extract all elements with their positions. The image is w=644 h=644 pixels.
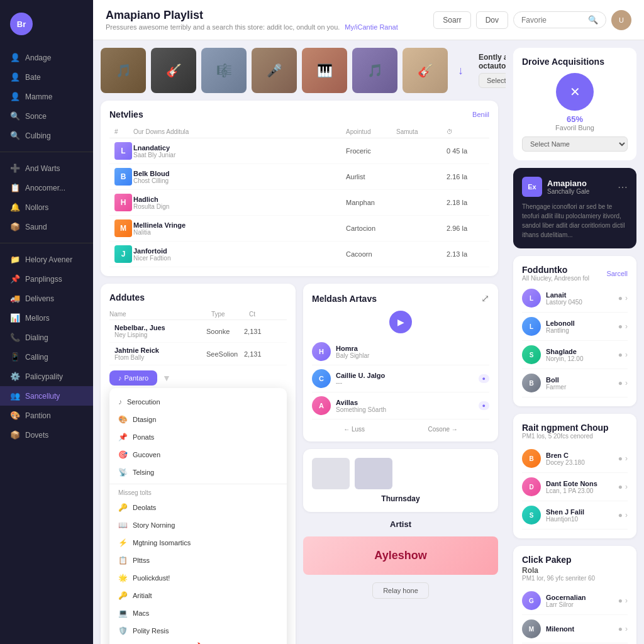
play-button[interactable]: ▶ xyxy=(389,311,412,333)
addutes-row[interactable]: Jahtnie Reick Ftom Bally SeeSolion 2,131 xyxy=(109,343,287,365)
sidebar-item-dovets[interactable]: 📦 Dovets xyxy=(0,425,93,445)
table-row[interactable]: M Mellinela VringeNalitia Cartocion 2.96… xyxy=(109,216,489,242)
chevron-right-icon[interactable]: › xyxy=(625,596,628,605)
sidebar-item-sonce[interactable]: 🔍 Sonce xyxy=(0,106,93,126)
table-row[interactable]: L LnandaticySaat Bly Juniar Froceric 0 4… xyxy=(109,138,489,164)
artist-section-label: Artist xyxy=(303,519,498,529)
fodduntko-search[interactable]: Sarcell xyxy=(606,270,628,277)
sidebar-item-anocomer[interactable]: 📋 Anocomer... xyxy=(0,178,93,197)
key-icon: 🔑 xyxy=(118,591,128,600)
row-avatar: M xyxy=(114,219,132,237)
sidebar-item-andage[interactable]: 👤 Andage xyxy=(0,48,93,67)
chevron-right-icon[interactable]: › xyxy=(625,350,628,359)
options-icon[interactable]: ● xyxy=(618,454,623,463)
dropdown-item-deolats[interactable]: 🔑 Deolats xyxy=(109,499,287,516)
sidebar-item-dialing[interactable]: 📞 Dialing xyxy=(0,328,93,347)
search-input[interactable] xyxy=(521,16,584,25)
sidebar-item-delivens[interactable]: 🚚 Delivens xyxy=(0,289,93,308)
dropdown-item-puolick[interactable]: 🌟 Puolickdust! xyxy=(109,569,287,587)
dov-button[interactable]: Dov xyxy=(476,11,508,29)
dropdown-item-macs[interactable]: 💻 Macs xyxy=(109,604,287,622)
sort-select[interactable]: Select name xyxy=(479,73,506,88)
chevron-right-icon[interactable]: › xyxy=(625,625,628,633)
sidebar-item-mellors[interactable]: 📊 Mellors xyxy=(0,308,93,328)
artist-thumb-6[interactable]: 🎵 xyxy=(352,48,397,93)
chevron-right-icon[interactable]: › xyxy=(625,454,628,463)
row-avatar: B xyxy=(114,168,132,186)
artist-thumb-7[interactable]: 🎸 xyxy=(402,48,448,93)
chevron-right-icon[interactable]: › xyxy=(625,511,628,519)
player-icon: Ex xyxy=(522,177,542,197)
table-row[interactable]: J JanfortoidNicer Fadtion Cacoorn 2.13 l… xyxy=(109,242,489,267)
target-icon: 🎯 xyxy=(118,450,128,459)
sidebar-avatar[interactable]: Br xyxy=(10,13,33,35)
options-icon[interactable]: ● xyxy=(618,596,623,605)
sidebar-item-sancelluty[interactable]: 👥 Sancelluty xyxy=(0,386,93,406)
key-icon: 🔑 xyxy=(118,503,128,512)
table-row[interactable]: H HadlichRosulta Dign Manphan 2.18 la xyxy=(109,190,489,216)
options-icon[interactable]: ● xyxy=(618,482,623,491)
droive-card: Droive Acquisitions ✕ 65% Favoril Bung S… xyxy=(513,48,636,160)
addutes-header: Addutes xyxy=(109,292,287,303)
cosone-action[interactable]: Cosone → xyxy=(428,426,458,433)
sort-icon[interactable]: ↓ xyxy=(453,64,469,77)
dropdown-item-plttss[interactable]: 📋 Plttss xyxy=(109,552,287,569)
chevron-right-icon[interactable]: › xyxy=(625,482,628,491)
sidebar-item-saund[interactable]: 📦 Saund xyxy=(0,217,93,236)
sidebar-item-nollors[interactable]: 🔔 Nollors xyxy=(0,197,93,217)
dropdown-item-story[interactable]: 📖 Story Norning xyxy=(109,516,287,534)
sidebar-item-palicypality[interactable]: ⚙️ Palicypality xyxy=(0,367,93,386)
soarr-button[interactable]: Soarr xyxy=(433,11,470,29)
truck-icon: 🚚 xyxy=(10,294,20,303)
signal-icon: 📡 xyxy=(118,468,128,477)
more-icon[interactable]: ⋯ xyxy=(618,181,628,193)
close-button[interactable]: ✕ xyxy=(556,73,594,111)
pantaro-button[interactable]: ♪ Pantaro xyxy=(109,370,157,386)
search-icon: 🔍 xyxy=(10,131,20,140)
sidebar-item-calling[interactable]: 📱 Calling xyxy=(0,347,93,367)
dropdown-item-mgtning[interactable]: ⚡ Mgtning Isomartics xyxy=(109,534,287,552)
netvlies-link[interactable]: Beniil xyxy=(472,111,489,118)
header-link[interactable]: My/iCantie Ranat xyxy=(345,23,397,31)
row-avatar: H xyxy=(114,194,132,211)
sidebar-item-mamme[interactable]: 👤 Mamme xyxy=(0,87,93,106)
droive-select[interactable]: Select Name xyxy=(522,136,628,152)
sidebar-item-pantion[interactable]: 🎨 Pantion xyxy=(0,406,93,425)
sidebar-item-andwarts[interactable]: ➕ And Warts xyxy=(0,158,93,178)
options-icon[interactable]: ● xyxy=(618,294,623,303)
sidebar-item-bate[interactable]: 👤 Bate xyxy=(0,67,93,87)
options-icon[interactable]: ● xyxy=(618,322,623,331)
artist-thumb-4[interactable]: 🎤 xyxy=(252,48,297,93)
artist-thumb-5[interactable]: 🎹 xyxy=(302,48,347,93)
expand-icon[interactable]: ⤢ xyxy=(481,292,489,304)
dropdown-item-dtasign[interactable]: 🎨 Dtasign xyxy=(109,411,287,428)
dropdown-item-gucoven[interactable]: 🎯 Gucoven xyxy=(109,446,287,464)
sidebar-item-culbing[interactable]: 🔍 Culbing xyxy=(0,126,93,145)
artist-thumb-1[interactable]: 🎵 xyxy=(101,48,146,93)
artist-thumb-2[interactable]: 🎸 xyxy=(151,48,196,93)
search-icon: 🔍 xyxy=(10,111,20,121)
dropdown-item-ponats[interactable]: 📌 Ponats xyxy=(109,428,287,446)
dropdown-item-polity[interactable]: 🛡️ Polity Resis xyxy=(109,622,287,640)
chevron-right-icon[interactable]: › xyxy=(625,322,628,331)
relay-button[interactable]: Relay hone xyxy=(372,582,429,599)
dropdown-item-serocution[interactable]: ♪ Serocution xyxy=(109,393,287,411)
chevron-right-icon[interactable]: › xyxy=(625,379,628,387)
dropdown-item-aritialt[interactable]: 🔑 Aritialt xyxy=(109,587,287,604)
dropdown-item-telsing[interactable]: 📡 Telsing xyxy=(109,464,287,481)
artist-thumb-3[interactable]: 🎼 xyxy=(201,48,247,93)
chevron-right-icon[interactable]: › xyxy=(625,294,628,303)
options-icon[interactable]: ● xyxy=(618,379,623,387)
options-icon[interactable]: ● xyxy=(618,350,623,359)
sidebar-item-helory[interactable]: 📁 Helory Avener xyxy=(0,250,93,269)
luss-action[interactable]: ← Luss xyxy=(343,426,365,433)
table-row[interactable]: B Belk BloudChost Cilling Aurlist 2.16 l… xyxy=(109,164,489,190)
user-avatar[interactable]: U xyxy=(611,10,631,30)
group-icon: 👥 xyxy=(10,391,20,401)
options-icon[interactable]: ● xyxy=(618,511,623,519)
expand-icon[interactable]: ▼ xyxy=(162,373,171,383)
right-avatar: S xyxy=(522,506,541,525)
sidebar-item-panplings[interactable]: 📌 Panplingss xyxy=(0,269,93,289)
options-icon[interactable]: ● xyxy=(618,625,623,633)
addutes-row[interactable]: Nebelbar., Jues Ney Lisping Soonke 2,131 xyxy=(109,320,287,343)
